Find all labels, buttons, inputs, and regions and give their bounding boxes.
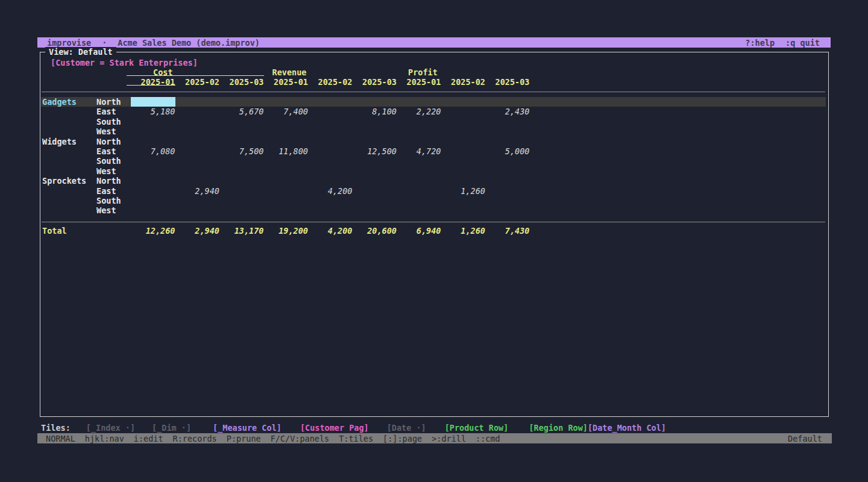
value-cell[interactable] <box>264 205 309 215</box>
value-cell[interactable] <box>353 166 397 176</box>
value-cell[interactable] <box>219 186 264 196</box>
tile-product[interactable]: [Product Row] <box>445 423 509 433</box>
value-cell[interactable] <box>397 156 441 166</box>
table-row[interactable]: East 5,180 5,670 7,400 8,100 2,220 2,430 <box>41 107 826 116</box>
value-cell[interactable] <box>441 146 486 156</box>
value-cell[interactable] <box>353 196 397 205</box>
value-cell[interactable] <box>441 107 486 116</box>
value-cell[interactable] <box>353 186 397 196</box>
value-cell[interactable] <box>308 127 353 136</box>
value-cell[interactable]: 7,080 <box>131 146 175 156</box>
value-cell[interactable] <box>308 196 353 205</box>
value-cell[interactable] <box>131 117 175 127</box>
value-cell[interactable] <box>219 97 264 107</box>
value-cell[interactable] <box>175 205 220 215</box>
value-cell[interactable] <box>175 196 220 205</box>
value-cell[interactable] <box>219 156 264 166</box>
value-cell[interactable] <box>397 186 441 196</box>
value-cell[interactable] <box>264 196 309 205</box>
value-cell[interactable] <box>219 176 264 186</box>
table-row[interactable]: South <box>41 156 826 166</box>
value-cell[interactable] <box>485 205 530 215</box>
table-row[interactable]: East 2,940 4,200 1,260 <box>41 186 826 196</box>
value-cell[interactable]: 5,670 <box>219 107 264 116</box>
value-cell[interactable] <box>308 107 353 116</box>
table-row[interactable]: Gadgets North <box>41 97 826 107</box>
tile-dim[interactable]: [_Dim ·] <box>152 423 191 433</box>
value-cell[interactable] <box>175 166 220 176</box>
cursor-cell[interactable] <box>131 97 175 107</box>
value-cell[interactable]: 5,180 <box>131 107 175 116</box>
value-cell[interactable] <box>397 137 441 146</box>
table-row[interactable]: Sprockets North <box>41 176 826 186</box>
tile-customer[interactable]: [Customer Pag] <box>300 423 369 433</box>
value-cell[interactable]: 12,500 <box>353 146 397 156</box>
value-cell[interactable] <box>308 117 353 127</box>
value-cell[interactable] <box>353 127 397 136</box>
value-cell[interactable] <box>485 156 530 166</box>
table-row[interactable]: West <box>41 166 826 176</box>
value-cell[interactable]: 2,940 <box>175 186 220 196</box>
value-cell[interactable] <box>353 137 397 146</box>
value-cell[interactable] <box>441 127 486 136</box>
tile-index[interactable]: [_Index ·] <box>86 423 135 433</box>
value-cell[interactable] <box>441 196 486 205</box>
value-cell[interactable] <box>397 127 441 136</box>
value-cell[interactable] <box>219 166 264 176</box>
value-cell[interactable] <box>353 97 397 107</box>
tile-measure[interactable]: [_Measure Col] <box>213 423 281 433</box>
value-cell[interactable] <box>264 156 309 166</box>
table-row[interactable]: East 7,080 7,500 11,800 12,500 4,720 5,0… <box>41 146 826 156</box>
value-cell[interactable] <box>485 166 530 176</box>
value-cell[interactable]: 2,430 <box>485 107 530 116</box>
value-cell[interactable] <box>397 117 441 127</box>
table-row[interactable]: West <box>41 205 826 215</box>
value-cell[interactable] <box>131 205 175 215</box>
value-cell[interactable] <box>485 196 530 205</box>
value-cell[interactable] <box>131 137 175 146</box>
value-cell[interactable] <box>264 186 309 196</box>
tile-region[interactable]: [Region Row] <box>529 423 588 433</box>
value-cell[interactable] <box>441 97 486 107</box>
value-cell[interactable] <box>353 117 397 127</box>
value-cell[interactable] <box>131 176 175 186</box>
value-cell[interactable] <box>264 127 309 136</box>
value-cell[interactable] <box>219 205 264 215</box>
value-cell[interactable] <box>308 176 353 186</box>
tile-date[interactable]: [Date ·] <box>387 423 426 433</box>
value-cell[interactable] <box>308 205 353 215</box>
value-cell[interactable] <box>264 166 309 176</box>
filter-badge[interactable]: [Customer = Stark Enterprises] <box>51 58 198 67</box>
value-cell[interactable] <box>131 186 175 196</box>
value-cell[interactable]: 4,200 <box>308 186 353 196</box>
tile-date-month[interactable]: [Date_Month Col] <box>588 423 666 433</box>
value-cell[interactable] <box>308 156 353 166</box>
value-cell[interactable] <box>308 166 353 176</box>
value-cell[interactable] <box>308 146 353 156</box>
value-cell[interactable] <box>353 205 397 215</box>
value-cell[interactable] <box>485 117 530 127</box>
value-cell[interactable] <box>264 97 309 107</box>
value-cell[interactable] <box>264 176 309 186</box>
value-cell[interactable] <box>441 176 486 186</box>
value-cell[interactable] <box>485 97 530 107</box>
value-cell[interactable] <box>485 137 530 146</box>
value-cell[interactable] <box>397 176 441 186</box>
value-cell[interactable] <box>397 196 441 205</box>
table-row[interactable]: South <box>41 196 826 205</box>
value-cell[interactable]: 4,720 <box>397 146 441 156</box>
table-row[interactable]: Widgets North <box>41 137 826 146</box>
value-cell[interactable] <box>175 146 220 156</box>
value-cell[interactable] <box>175 117 220 127</box>
value-cell[interactable] <box>353 176 397 186</box>
value-cell[interactable] <box>397 97 441 107</box>
value-cell[interactable] <box>485 127 530 136</box>
value-cell[interactable]: 7,400 <box>264 107 309 116</box>
value-cell[interactable]: 8,100 <box>353 107 397 116</box>
value-cell[interactable] <box>175 176 220 186</box>
value-cell[interactable] <box>397 166 441 176</box>
value-cell[interactable] <box>441 156 486 166</box>
value-cell[interactable] <box>397 205 441 215</box>
value-cell[interactable] <box>219 137 264 146</box>
value-cell[interactable] <box>131 166 175 176</box>
